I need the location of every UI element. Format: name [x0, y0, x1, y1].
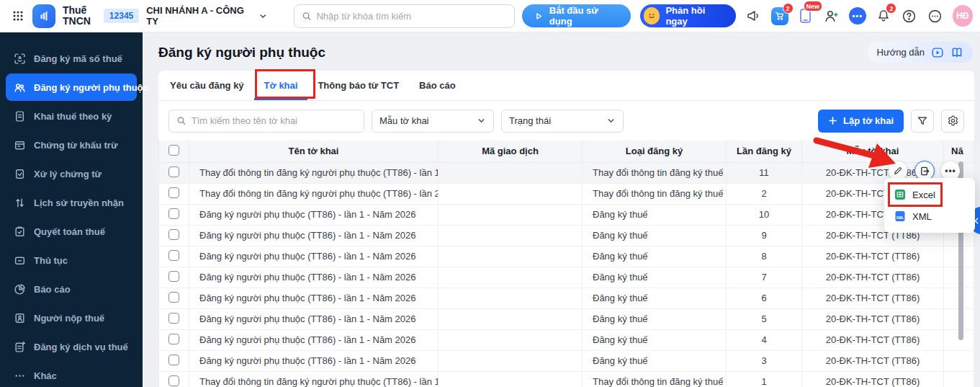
play-circle-icon — [931, 46, 944, 59]
sidebar-item-label: Quyết toán thuế — [34, 226, 105, 237]
cell-txn — [439, 288, 583, 308]
sidebar-item-label: Xử lý chứng từ — [34, 169, 102, 179]
template-select[interactable]: Mẫu tờ khai — [372, 110, 494, 133]
chat-icon[interactable]: ••• — [849, 7, 866, 25]
sidebar-item-dang-ky-dich-vu-thue[interactable]: Đăng ký dịch vụ thuế — [6, 333, 137, 360]
table-row[interactable]: Đăng ký người phụ thuộc (TT86) - lần 1 -… — [159, 288, 974, 308]
sidebar-item-bao-cao[interactable]: Báo cáo — [6, 275, 137, 303]
row-checkbox[interactable] — [168, 208, 179, 219]
sidebar-item-nguoi-nop-thue[interactable]: Người nộp thuế — [6, 304, 137, 332]
sidebar-item-dang-ky-nguoi-phu-thuoc[interactable]: Đăng ký người phụ thuộc — [6, 74, 137, 101]
sidebar-item-label: Đăng ký mã số thuế — [34, 53, 122, 64]
cell-name: Đăng ký người phụ thuộc (TT86) - lần 1 -… — [189, 246, 439, 267]
tab-thong-bao-tu-tct[interactable]: Thông báo từ TCT — [307, 71, 409, 100]
sidebar-item-khai-thue-theo-ky[interactable]: Khai thuế theo kỳ — [6, 102, 137, 130]
status-select[interactable]: Trạng thái — [501, 110, 624, 133]
row-checkbox[interactable] — [168, 229, 179, 240]
col-ma-giao-dich: Mã giao dịch — [439, 141, 583, 162]
table-row[interactable]: Đăng ký người phụ thuộc (TT86) - lần 1 -… — [159, 204, 974, 225]
chevron-down-icon — [259, 12, 268, 21]
sidebar-item-xu-ly-chung-tu[interactable]: Xử lý chứng từ — [6, 160, 137, 187]
row-checkbox[interactable] — [168, 187, 179, 198]
help-icon[interactable] — [901, 7, 917, 25]
menu-item-xml[interactable]: XML XML — [884, 205, 975, 227]
cell-name: Thay đổi thông tin đăng ký người phụ thu… — [189, 371, 439, 387]
mobile-app-icon[interactable]: New — [798, 7, 814, 25]
cell-form: 20-ĐK-TH-TCT (TT86) — [802, 350, 944, 371]
sidebar-item-quyet-toan-thue[interactable]: Quyết toán thuế — [6, 218, 137, 245]
add-user-icon[interactable] — [823, 7, 840, 25]
create-declaration-button[interactable]: Lập tờ khai — [818, 110, 904, 133]
row-checkbox[interactable] — [168, 271, 179, 282]
sidebar-item-dang-ky-ma-so-thue[interactable]: Đăng ký mã số thuế — [6, 45, 137, 72]
cell-txn — [439, 308, 583, 329]
org-switcher[interactable]: CHI NHÁNH A - CÔNG TY — [146, 5, 267, 27]
tab-bao-cao[interactable]: Báo cáo — [409, 71, 466, 100]
filter-button[interactable] — [911, 110, 934, 133]
sidebar-item-chung-tu-khau-tru[interactable]: Chứng từ khấu trừ — [6, 131, 137, 159]
avatar[interactable]: HĐ — [953, 5, 973, 27]
announcement-megaphone-icon[interactable] — [745, 7, 762, 25]
doc-plus-icon — [14, 341, 26, 353]
cart-badge: 2 — [783, 3, 794, 14]
global-search-input[interactable] — [316, 11, 506, 22]
card-doc-icon — [14, 139, 26, 151]
feedback-label: Phản hồi ngay — [665, 5, 725, 27]
help-button[interactable]: Hướng dẫn — [868, 42, 973, 63]
cell-name: Thay đổi thông tin đăng ký người phụ thu… — [189, 162, 439, 183]
apps-grid-icon[interactable] — [10, 8, 25, 24]
row-checkbox[interactable] — [168, 250, 179, 261]
menu-item-excel[interactable]: Excel — [884, 184, 975, 205]
help-label: Hướng dẫn — [877, 47, 925, 58]
cell-form: 20-ĐK-TH-TCT (TT86) — [802, 371, 944, 387]
sidebar-item-label: Lịch sử truyền nhận — [34, 197, 124, 208]
cell-txn — [439, 371, 583, 387]
table-header-row: Tên tờ khai Mã giao dịch Loại đăng ký Lầ… — [159, 141, 974, 162]
table-row[interactable]: Đăng ký người phụ thuộc (TT86) - lần 1 -… — [159, 329, 974, 350]
row-checkbox[interactable] — [168, 334, 179, 344]
table-search-input[interactable] — [192, 115, 356, 126]
cell-seq: 4 — [727, 329, 802, 350]
select-all-checkbox[interactable] — [168, 145, 179, 156]
cell-type: Đăng ký thuế — [583, 246, 727, 267]
table-row[interactable]: Đăng ký người phụ thuộc (TT86) - lần 1 -… — [159, 350, 974, 371]
row-checkbox[interactable] — [168, 292, 179, 303]
row-checkbox[interactable] — [168, 355, 179, 365]
start-using-label: Bắt đầu sử dụng — [549, 5, 619, 27]
table-row[interactable]: Đăng ký người phụ thuộc (TT86) - lần 1 -… — [159, 267, 974, 288]
table-row[interactable]: Đăng ký người phụ thuộc (TT86) - lần 1 -… — [159, 308, 974, 329]
sidebar-item-thu-tuc[interactable]: Thủ tục — [6, 246, 137, 274]
sidebar-item-lich-su-truyen-nhan[interactable]: Lịch sử truyền nhận — [6, 189, 137, 216]
notification-bell-icon[interactable]: 2 — [876, 7, 892, 25]
start-using-button[interactable]: Bắt đầu sử dụng — [522, 4, 631, 27]
row-checkbox[interactable] — [168, 166, 179, 177]
table-row[interactable]: Đăng ký người phụ thuộc (TT86) - lần 1 -… — [159, 246, 974, 267]
col-nam: Nă — [944, 141, 974, 162]
row-checkbox[interactable] — [168, 313, 179, 324]
cell-seq: 10 — [727, 204, 802, 225]
cell-name: Đăng ký người phụ thuộc (TT86) - lần 1 -… — [189, 350, 439, 371]
table-search[interactable] — [168, 110, 364, 133]
cell-name: Đăng ký người phụ thuộc (TT86) - lần 1 -… — [189, 267, 439, 288]
cell-form: 20-ĐK-TH-TCT (TT86) — [802, 267, 944, 288]
tab-to-khai[interactable]: Tờ khai — [254, 71, 308, 100]
cell-seq: 11 — [727, 162, 802, 183]
tab-yeu-cau-dang-ky[interactable]: Yêu cầu đăng ký — [160, 71, 254, 100]
ellipsis-icon — [14, 370, 26, 382]
row-checkbox[interactable] — [168, 375, 179, 386]
table-row[interactable]: Đăng ký người phụ thuộc (TT86) - lần 1 -… — [159, 225, 974, 246]
feedback-button[interactable]: Phản hồi ngay — [640, 4, 736, 27]
content-card: Yêu cầu đăng ký Tờ khai Thông báo từ TCT… — [158, 71, 974, 387]
pencil-icon — [893, 166, 903, 176]
cart-icon[interactable]: 2 — [771, 7, 788, 25]
table-row[interactable]: Thay đổi thông tin đăng ký người phụ thu… — [159, 183, 974, 204]
table-row[interactable]: Thay đổi thông tin đăng ký người phụ thu… — [159, 162, 974, 183]
cell-txn — [439, 225, 583, 246]
sidebar-item-khac[interactable]: Khác — [6, 362, 137, 387]
settings-button[interactable] — [941, 110, 964, 133]
table-row[interactable]: Thay đổi thông tin đăng ký người phụ thu… — [159, 371, 974, 387]
more-options-icon[interactable] — [927, 7, 943, 25]
cell-seq: 3 — [727, 350, 802, 371]
global-search[interactable] — [294, 4, 515, 28]
sidebar-item-label: Người nộp thuế — [34, 313, 104, 324]
